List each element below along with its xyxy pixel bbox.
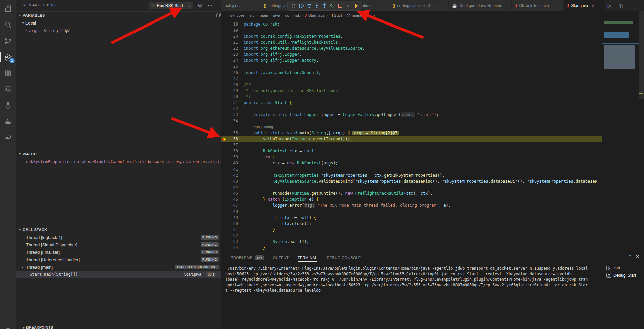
more-editor-actions-icon[interactable]: ⋯ bbox=[627, 3, 632, 8]
docker-icon[interactable] bbox=[0, 113, 16, 130]
code-line-34: 34 bbox=[221, 118, 602, 124]
line-number: 19 bbox=[227, 27, 238, 33]
json-file-icon: {} bbox=[392, 4, 395, 8]
code-line-50: 50 ctx.close(); bbox=[221, 221, 602, 227]
run-configuration-button[interactable]: ▷ Run RSK Start ⌄ bbox=[149, 2, 193, 9]
line-number: 20 bbox=[227, 33, 238, 39]
line-text: if (ctx != null) { bbox=[244, 215, 316, 221]
editor-scrollbar[interactable] bbox=[639, 11, 644, 99]
gear-icon[interactable]: ⚙ bbox=[197, 2, 203, 8]
chevron-down-icon: ∨ bbox=[21, 21, 25, 25]
close-panel-icon[interactable]: ✕ bbox=[636, 254, 639, 260]
breadcrumb-item-start-java[interactable]: Start.java bbox=[308, 13, 325, 17]
more-actions-icon[interactable]: ⋯ bbox=[207, 2, 213, 8]
account-icon[interactable] bbox=[0, 323, 16, 329]
breakpoints-section-header[interactable]: ∨ BREAKPOINTS bbox=[16, 325, 221, 329]
maximize-panel-icon[interactable]: ⌃ bbox=[628, 254, 632, 260]
extensions-icon[interactable] bbox=[0, 65, 16, 81]
panel-tab-problems[interactable]: PROBLEMS1K+ bbox=[231, 254, 264, 262]
search-icon[interactable] bbox=[0, 17, 16, 33]
testing-icon[interactable] bbox=[0, 97, 16, 113]
variable-row-args[interactable]: › args: String[2]@7 bbox=[16, 27, 221, 34]
minimap[interactable] bbox=[602, 11, 639, 252]
variables-scope-local[interactable]: ∨ Local bbox=[16, 19, 221, 27]
copy-squares-icon[interactable] bbox=[216, 13, 221, 17]
step-out-icon[interactable] bbox=[322, 3, 327, 9]
tab-clitoolstest-java[interactable]: JCliToolsTest.java bbox=[512, 0, 564, 11]
stop-icon[interactable] bbox=[337, 3, 343, 9]
watch-section-header[interactable]: ∨ WATCH bbox=[16, 150, 221, 157]
codelens-run-debug[interactable]: Run | Debug bbox=[253, 124, 273, 130]
code-line-51: 51 } bbox=[221, 227, 602, 233]
breadcrumb-item-src[interactable]: src bbox=[249, 13, 254, 17]
panel-tab-terminal[interactable]: TERMINAL bbox=[298, 254, 317, 262]
gradle-icon[interactable] bbox=[0, 130, 16, 146]
restart-icon[interactable] bbox=[330, 3, 335, 9]
panel-tab-debug-console[interactable]: DEBUG CONSOLE bbox=[327, 254, 361, 262]
code-editor[interactable]: 18package co.rsk;1920import co.rsk.confi… bbox=[221, 19, 602, 252]
line-number: 34 bbox=[227, 118, 238, 124]
line-number: 38 bbox=[227, 148, 238, 154]
java-file-icon: J bbox=[515, 3, 517, 8]
code-line-19: 19 bbox=[221, 27, 602, 33]
call-stack-thread-thread-main[interactable]: ∨Thread [main]PAUSED ON BREAKPOINT bbox=[16, 263, 221, 271]
run-file-icon[interactable]: ▷⌄ bbox=[608, 3, 614, 8]
source-control-icon[interactable] bbox=[0, 33, 16, 49]
run-and-debug-icon[interactable]: 1 bbox=[0, 49, 16, 65]
breadcrumb-item-rskj-core[interactable]: rskj-core bbox=[229, 13, 244, 17]
chevron-right-icon: › bbox=[24, 29, 29, 32]
call-stack-thread-thread-logback-1[interactable]: Thread [logback-1]RUNNING bbox=[16, 234, 221, 241]
explorer-icon[interactable] bbox=[0, 1, 16, 17]
code-line-53: 53 System.exit(1); bbox=[221, 239, 602, 245]
tab-description: ~/.../User bbox=[422, 4, 437, 8]
panel-tab-output[interactable]: OUTPUT bbox=[273, 254, 289, 262]
call-stack-section-header[interactable]: ∨ CALL STACK bbox=[16, 226, 221, 233]
continue-icon[interactable] bbox=[299, 3, 304, 9]
line-text: try { bbox=[244, 154, 275, 160]
line-text: /** bbox=[244, 82, 251, 88]
code-line-52: 52 bbox=[221, 233, 602, 239]
remote-explorer-icon[interactable] bbox=[0, 81, 16, 97]
breadcrumb-item-rsk[interactable]: rsk bbox=[294, 13, 300, 17]
close-tab-icon[interactable]: ✕ bbox=[591, 3, 595, 8]
call-stack-thread-thread-finalizer[interactable]: Thread [Finalizer]RUNNING bbox=[16, 248, 221, 256]
breadcrumb-separator: › bbox=[291, 14, 292, 17]
breadcrumb-item-co[interactable]: co bbox=[285, 13, 289, 17]
tab-start-java[interactable]: JStart.java✕ bbox=[564, 0, 606, 11]
editor-actions: ▷⌄ ◫ ⋯ bbox=[608, 0, 644, 11]
split-editor-icon[interactable]: ◫ bbox=[619, 3, 623, 8]
variables-section-header[interactable]: ∨ VARIABLES bbox=[16, 11, 221, 19]
code-line-33: 33 private static final Logger logger = … bbox=[221, 112, 602, 118]
terminal-line: sport=dt_socket,server=n,suspend=y,addre… bbox=[225, 282, 601, 288]
breadcrumb-item-main[interactable]: main bbox=[260, 13, 268, 17]
new-terminal-icon[interactable]: ＋⌄ bbox=[618, 254, 625, 260]
call-stack-frame-start-main-string[interactable]: Start.main(String[])Start.java36:1 bbox=[16, 271, 221, 278]
terminal-output[interactable]: /usr/bin/env /Library/Internet\ Plug-Ins… bbox=[225, 266, 601, 293]
watch-expression-row[interactable]: rskSystemProperties.databaseKind(): Cann… bbox=[16, 158, 221, 166]
step-over-icon[interactable] bbox=[306, 3, 312, 9]
breadcrumb-item-start[interactable]: Start bbox=[334, 13, 342, 17]
breadcrumb-item-java[interactable]: java bbox=[273, 13, 280, 17]
hot-code-replace-icon[interactable] bbox=[353, 3, 359, 9]
drag-handle-icon[interactable] bbox=[291, 3, 297, 9]
panel-tab-label: DEBUG CONSOLE bbox=[327, 256, 361, 260]
call-stack-thread-thread-reference-handler[interactable]: Thread [Reference Handler]RUNNING bbox=[16, 256, 221, 263]
call-stack-thread-thread-signal-dispatcher[interactable]: Thread [Signal Dispatcher]RUNNING bbox=[16, 241, 221, 248]
stop-chevron-icon[interactable] bbox=[345, 3, 351, 9]
tab-settings-json[interactable]: {}settings.json~/.../User bbox=[389, 0, 449, 11]
step-into-icon[interactable] bbox=[314, 3, 320, 9]
tab-configure-java-runtime[interactable]: ☕Configure Java Runtime bbox=[449, 0, 512, 11]
code-line-46: 46 } catch (Exception e) { bbox=[221, 196, 602, 202]
panel-tab-label: PROBLEMS bbox=[231, 256, 252, 260]
breadcrumb-item-main-string[interactable]: main(String[]) bbox=[352, 13, 375, 17]
terminal-session-debug-start[interactable]: ⚙Debug: Start bbox=[603, 272, 644, 279]
line-text: package co.rsk; bbox=[244, 21, 280, 27]
terminal-session-zsh[interactable]: ❯zsh bbox=[603, 264, 644, 272]
breadcrumb[interactable]: rskj-core›src›main›java›co›rsk›JStart.ja… bbox=[221, 11, 644, 19]
code-line-25: 25 bbox=[221, 63, 602, 69]
code-line-22: 22import org.ethereum.datasource.KeyValu… bbox=[221, 45, 602, 51]
chevron-down-icon[interactable]: ⌄ bbox=[185, 4, 193, 7]
tab-nch-json[interactable]: nch.json bbox=[221, 0, 260, 11]
tab-label: CliToolsTest.java bbox=[519, 3, 549, 8]
code-line-27: 27 bbox=[221, 76, 602, 82]
